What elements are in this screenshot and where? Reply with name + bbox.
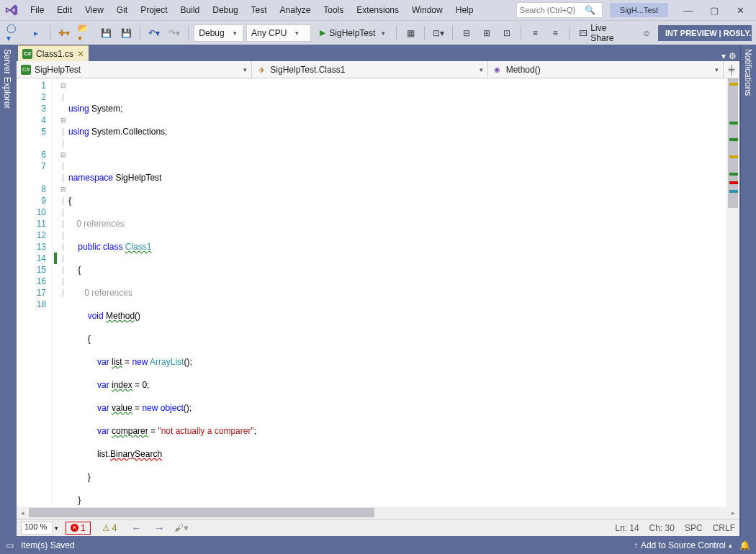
main-area: Server Explorer Toolbox C# Class1.cs ✕ ▾… (0, 45, 756, 537)
zoom-dropdown-icon[interactable]: ▾ (55, 525, 58, 532)
hscroll-left-icon[interactable]: ◂ (17, 507, 29, 519)
tb-icon-4[interactable]: ⊞ (478, 24, 495, 42)
editor-status-bar: 100 % ▾ ✕1 ⚠4 ← → 🖌▾ Ln: 14 Ch: 30 SPC C… (17, 519, 739, 536)
upload-icon: ↑ (634, 540, 638, 550)
liveshare-button[interactable]: ⮹Live Share (575, 23, 635, 43)
fold-icon[interactable]: ⊟ (58, 114, 68, 126)
tb-icon-3[interactable]: ⊟ (458, 24, 475, 42)
menu-bar: File Edit View Git Project Build Debug T… (0, 0, 756, 20)
feedback-icon[interactable]: ☺ (638, 24, 655, 42)
cleanup-icon[interactable]: 🖌▾ (174, 522, 189, 533)
prev-issue-icon[interactable]: ← (128, 522, 144, 534)
nav-back-icon[interactable]: ◯ ▾ (4, 24, 24, 42)
toolbar: ◯ ▾ ▸ ✚▾ 📂▾ 💾 💾 ↶▾ ↷▾ Debug Any CPU ▶Sig… (0, 20, 756, 45)
source-control-button[interactable]: ↑ Add to Source Control ▴ (634, 540, 732, 550)
menu-window[interactable]: Window (406, 2, 449, 18)
line-indicator: Ln: 14 (615, 523, 639, 533)
menu-git[interactable]: Git (111, 2, 133, 18)
save-all-icon[interactable]: 💾 (117, 24, 135, 42)
tb-icon-6[interactable]: ≡ (526, 24, 544, 42)
maximize-button[interactable]: ▢ (701, 1, 727, 19)
scrollbar-overview (726, 78, 739, 507)
nav-member-dropdown[interactable]: ◉ Method() (488, 61, 724, 78)
liveshare-label: Live Share (590, 23, 631, 43)
nav-fwd-icon[interactable]: ▸ (27, 24, 45, 42)
error-badge[interactable]: ✕1 (66, 522, 91, 535)
nav-member-label: Method() (506, 65, 541, 75)
lineending-indicator[interactable]: CRLF (713, 523, 735, 533)
tb-icon-2[interactable]: ⊡▾ (430, 24, 447, 42)
config-dropdown[interactable]: Debug (194, 24, 243, 42)
navigation-bar: C# SigHelpTest ⬗ SigHelpTest.Class1 ◉ Me… (17, 61, 739, 78)
undo-icon[interactable]: ↶▾ (145, 24, 163, 42)
notifications-tab[interactable]: Notifications (743, 49, 753, 532)
menu-debug[interactable]: Debug (207, 2, 243, 18)
tb-icon-1[interactable]: ▦ (402, 24, 419, 42)
code-content[interactable]: using System; using System.Collections; … (68, 78, 726, 507)
csharp-file-icon: C# (22, 49, 32, 59)
status-message: Item(s) Saved (21, 540, 75, 550)
menu-test[interactable]: Test (246, 2, 273, 18)
nav-project-dropdown[interactable]: C# SigHelpTest (17, 61, 252, 78)
open-icon[interactable]: 📂▾ (76, 24, 95, 42)
menu-file[interactable]: File (24, 2, 50, 18)
horizontal-scrollbar[interactable]: ◂ ▸ (17, 507, 739, 519)
close-tab-icon[interactable]: ✕ (77, 49, 84, 59)
menu-tools[interactable]: Tools (318, 2, 349, 18)
file-tab-label: Class1.cs (36, 49, 73, 59)
search-box[interactable]: 🔍 (516, 2, 603, 18)
window-controls: — ▢ ✕ (675, 1, 753, 19)
redo-icon[interactable]: ↷▾ (166, 24, 183, 42)
nav-class-dropdown[interactable]: ⬗ SigHelpTest.Class1 (252, 61, 487, 78)
server-explorer-tab[interactable]: Server Explorer (2, 49, 12, 532)
col-indicator: Ch: 30 (649, 523, 675, 533)
chevron-up-icon: ▴ (729, 542, 732, 549)
search-icon: 🔍 (585, 5, 595, 15)
csharp-project-icon: C# (21, 65, 31, 75)
warning-badge[interactable]: ⚠4 (98, 523, 122, 533)
editor-column: C# Class1.cs ✕ ▾ ⚙ C# SigHelpTest ⬗ SigH… (16, 45, 740, 537)
minimize-button[interactable]: — (675, 1, 701, 19)
hscroll-track[interactable] (29, 507, 727, 519)
tab-dropdown-icon[interactable]: ▾ (721, 51, 726, 61)
zoom-value[interactable]: 100 % (21, 522, 53, 535)
status-bar: ▭ Item(s) Saved ↑ Add to Source Control … (0, 537, 756, 554)
menu-help[interactable]: Help (450, 2, 480, 18)
zoom-control[interactable]: 100 % ▾ (21, 522, 58, 535)
fold-icon[interactable]: ⊟ (58, 183, 68, 195)
bell-icon[interactable]: 🔔 (739, 540, 750, 550)
tb-icon-5[interactable]: ⊡ (498, 24, 516, 42)
start-debug-button[interactable]: ▶SigHelpTest (314, 24, 391, 42)
preview-badge: INT PREVIEW | ROSLY... (658, 25, 752, 41)
code-editor[interactable]: 123456789101112131415161718 ⊟│⊟││⊟││⊟│││… (17, 78, 739, 507)
output-window-icon[interactable]: ▭ (6, 540, 14, 550)
save-icon[interactable]: 💾 (97, 24, 114, 42)
hscroll-right-icon[interactable]: ▸ (727, 507, 739, 519)
fold-icon[interactable]: ⊟ (58, 80, 68, 91)
file-tab-class1[interactable]: C# Class1.cs ✕ (18, 45, 89, 61)
menu-extensions[interactable]: Extensions (351, 2, 405, 18)
menu-analyze[interactable]: Analyze (274, 2, 317, 18)
close-button[interactable]: ✕ (727, 1, 753, 19)
nav-class-label: SigHelpTest.Class1 (270, 65, 345, 75)
split-editor-icon[interactable]: ╪ (724, 61, 739, 78)
hscroll-thumb[interactable] (29, 508, 374, 517)
menu-view[interactable]: View (79, 2, 109, 18)
menu-build[interactable]: Build (175, 2, 206, 18)
menu-project[interactable]: Project (135, 2, 173, 18)
new-item-icon[interactable]: ✚▾ (55, 24, 73, 42)
indent-indicator[interactable]: SPC (685, 523, 703, 533)
warning-icon: ⚠ (102, 523, 110, 533)
start-label: SigHelpTest (329, 28, 375, 38)
share-icon: ⮹ (579, 28, 588, 38)
tb-icon-7[interactable]: ≡ (546, 24, 564, 42)
vs-logo-icon (3, 1, 20, 19)
menu-edit[interactable]: Edit (51, 2, 78, 18)
tab-settings-icon[interactable]: ⚙ (729, 51, 737, 61)
search-input[interactable] (520, 6, 585, 14)
next-issue-icon[interactable]: → (151, 522, 167, 534)
vertical-scrollbar[interactable] (726, 78, 739, 507)
fold-icon[interactable]: ⊟ (58, 149, 68, 160)
platform-dropdown[interactable]: Any CPU (246, 24, 311, 42)
source-control-label: Add to Source Control (641, 540, 726, 550)
